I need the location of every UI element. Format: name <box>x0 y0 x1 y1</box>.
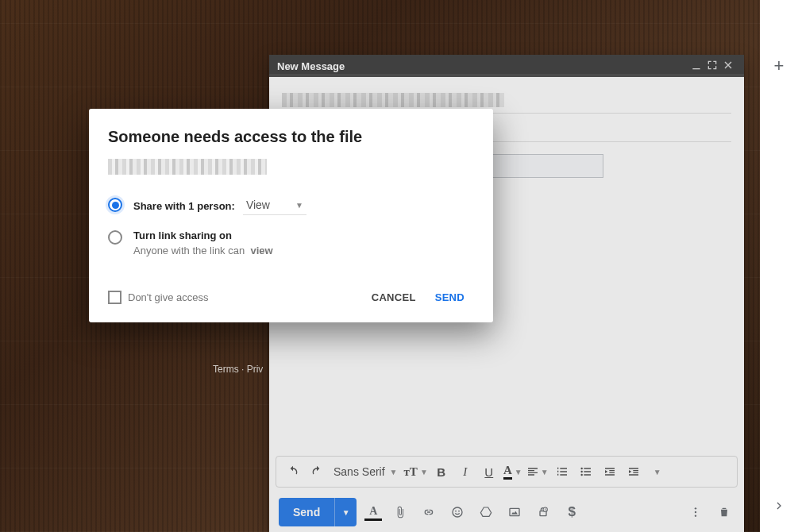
bullet-list-button[interactable] <box>576 461 596 482</box>
add-addon-button[interactable]: + <box>774 56 785 76</box>
discard-draft-button[interactable] <box>714 502 734 522</box>
right-sidebar: + <box>760 0 798 532</box>
permission-select[interactable]: View ▼ <box>243 197 306 215</box>
recipient-redacted <box>282 93 504 107</box>
insert-photo-button[interactable] <box>504 502 525 522</box>
svg-point-9 <box>543 507 547 511</box>
underline-button[interactable]: U <box>479 461 499 482</box>
font-family-select[interactable]: Sans Serif ▼ <box>330 465 401 478</box>
checkbox-icon[interactable] <box>108 291 121 304</box>
svg-point-3 <box>580 474 582 476</box>
insert-link-button[interactable] <box>418 502 439 522</box>
svg-rect-0 <box>692 68 700 69</box>
svg-rect-7 <box>510 508 519 515</box>
align-button[interactable]: ▼ <box>526 461 549 482</box>
undo-button[interactable] <box>283 461 303 482</box>
cancel-button[interactable]: CANCEL <box>362 285 426 310</box>
radio-link-sharing-icon[interactable] <box>108 230 122 245</box>
collapse-sidebar-button[interactable] <box>773 499 785 516</box>
send-button[interactable]: Send ▼ <box>279 498 357 526</box>
terms-link[interactable]: Terms <box>213 364 239 375</box>
indent-less-button[interactable] <box>599 461 620 482</box>
link-sharing-sub-prefix: Anyone with the link can <box>133 245 245 256</box>
footer-links: Terms · Priv <box>213 364 263 375</box>
link-sharing-label: Turn link sharing on <box>133 229 273 241</box>
expand-icon[interactable] <box>704 59 720 74</box>
formatting-toolbar: Sans Serif ▼ тT▼ B I U A▼ ▼ ▼ <box>276 456 738 488</box>
text-format-button[interactable]: A <box>364 503 382 521</box>
insert-emoji-button[interactable] <box>447 502 468 522</box>
more-formatting-button[interactable]: ▼ <box>647 461 668 482</box>
indent-more-button[interactable] <box>623 461 644 482</box>
font-name-label: Sans Serif <box>333 465 385 478</box>
link-sharing-sub-perm: view <box>250 245 272 256</box>
font-size-button[interactable]: тT▼ <box>404 461 428 482</box>
privacy-link[interactable]: Priv <box>247 364 264 375</box>
minimize-icon[interactable] <box>688 59 704 74</box>
svg-point-10 <box>695 507 696 509</box>
redo-button[interactable] <box>306 461 327 482</box>
svg-point-1 <box>580 468 582 469</box>
dialog-send-button[interactable]: SEND <box>426 285 474 310</box>
close-icon[interactable] <box>720 59 736 74</box>
link-sharing-option[interactable]: Turn link sharing on Anyone with the lin… <box>108 229 474 256</box>
chevron-down-icon: ▼ <box>295 201 303 210</box>
svg-point-4 <box>453 507 462 517</box>
more-options-button[interactable] <box>685 502 706 522</box>
svg-point-2 <box>580 471 582 472</box>
svg-point-5 <box>455 511 457 512</box>
numbered-list-button[interactable] <box>552 461 572 482</box>
send-more-button[interactable]: ▼ <box>334 498 357 526</box>
share-person-label: Share with 1 person: <box>133 200 235 212</box>
bold-button[interactable]: B <box>431 461 452 482</box>
dialog-footer: Don't give access CANCEL SEND <box>108 285 474 310</box>
italic-button[interactable]: I <box>455 461 476 482</box>
dialog-user-redacted <box>108 159 267 175</box>
send-row: Send ▼ A $ <box>269 492 744 532</box>
insert-money-button[interactable]: $ <box>561 502 582 522</box>
compose-header: New Message <box>269 55 744 77</box>
share-with-person-option[interactable]: Share with 1 person: View ▼ <box>108 197 474 215</box>
share-access-dialog: Someone needs access to the file Share w… <box>89 109 493 322</box>
dont-give-access-checkbox[interactable]: Don't give access <box>108 291 208 304</box>
dialog-title: Someone needs access to the file <box>108 128 474 146</box>
insert-drive-button[interactable] <box>476 502 496 522</box>
compose-title: New Message <box>277 60 688 72</box>
radio-share-person-icon[interactable] <box>108 198 122 212</box>
send-button-label: Send <box>279 506 334 519</box>
svg-point-11 <box>695 511 696 513</box>
text-color-button[interactable]: A▼ <box>503 461 523 482</box>
footer-separator: · <box>241 364 244 375</box>
svg-rect-8 <box>540 511 546 516</box>
svg-point-12 <box>695 515 696 516</box>
svg-point-6 <box>458 511 460 512</box>
dont-give-access-label: Don't give access <box>128 291 208 303</box>
attach-file-button[interactable] <box>390 502 411 522</box>
chevron-down-icon: ▼ <box>390 468 398 476</box>
permission-value: View <box>246 199 270 211</box>
confidential-mode-button[interactable] <box>533 502 553 522</box>
